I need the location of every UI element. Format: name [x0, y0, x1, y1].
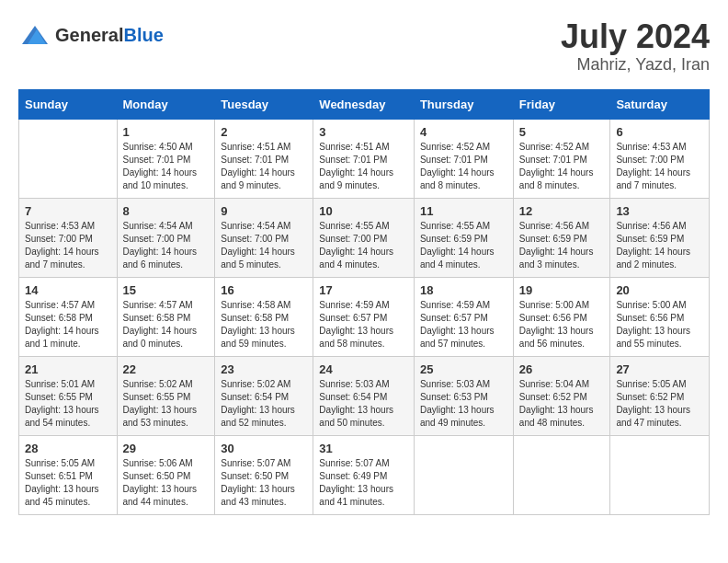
day-info: Sunrise: 4:51 AMSunset: 7:01 PMDaylight:… [221, 141, 307, 192]
logo: GeneralBlue [18, 18, 164, 52]
calendar-cell: 15Sunrise: 4:57 AMSunset: 6:58 PMDayligh… [117, 277, 215, 356]
day-info: Sunrise: 5:00 AMSunset: 6:56 PMDaylight:… [519, 299, 605, 350]
calendar-week-row: 7Sunrise: 4:53 AMSunset: 7:00 PMDaylight… [19, 198, 710, 277]
day-number: 21 [25, 362, 111, 376]
day-info: Sunrise: 5:03 AMSunset: 6:53 PMDaylight:… [420, 378, 507, 430]
calendar-cell: 18Sunrise: 4:59 AMSunset: 6:57 PMDayligh… [414, 277, 513, 356]
calendar-week-row: 1Sunrise: 4:50 AMSunset: 7:01 PMDaylight… [19, 119, 710, 198]
day-number: 6 [616, 125, 703, 139]
calendar-cell: 16Sunrise: 4:58 AMSunset: 6:58 PMDayligh… [215, 277, 313, 356]
day-number: 29 [123, 442, 210, 455]
day-number: 25 [420, 362, 507, 376]
day-info: Sunrise: 4:53 AMSunset: 7:00 PMDaylight:… [616, 141, 703, 192]
calendar-cell [513, 435, 610, 514]
day-info: Sunrise: 5:01 AMSunset: 6:55 PMDaylight:… [25, 378, 111, 430]
day-info: Sunrise: 5:04 AMSunset: 6:52 PMDaylight:… [519, 378, 605, 430]
weekday-header-tuesday: Tuesday [215, 89, 313, 119]
day-info: Sunrise: 4:59 AMSunset: 6:57 PMDaylight:… [420, 299, 507, 350]
day-info: Sunrise: 4:57 AMSunset: 6:58 PMDaylight:… [25, 299, 111, 350]
day-number: 24 [319, 362, 408, 376]
calendar-cell: 26Sunrise: 5:04 AMSunset: 6:52 PMDayligh… [513, 356, 610, 435]
calendar-cell: 19Sunrise: 5:00 AMSunset: 6:56 PMDayligh… [513, 277, 610, 356]
day-info: Sunrise: 4:54 AMSunset: 7:00 PMDaylight:… [123, 220, 210, 271]
calendar-cell: 1Sunrise: 4:50 AMSunset: 7:01 PMDaylight… [117, 119, 215, 198]
calendar-cell: 21Sunrise: 5:01 AMSunset: 6:55 PMDayligh… [19, 356, 118, 435]
calendar-cell: 11Sunrise: 4:55 AMSunset: 6:59 PMDayligh… [414, 198, 513, 277]
calendar-cell: 24Sunrise: 5:03 AMSunset: 6:54 PMDayligh… [313, 356, 415, 435]
logo-icon [18, 18, 51, 52]
calendar-cell: 29Sunrise: 5:06 AMSunset: 6:50 PMDayligh… [117, 435, 215, 514]
calendar-cell: 25Sunrise: 5:03 AMSunset: 6:53 PMDayligh… [414, 356, 513, 435]
day-number: 7 [25, 204, 111, 218]
day-info: Sunrise: 4:56 AMSunset: 6:59 PMDaylight:… [519, 220, 605, 271]
day-number: 10 [319, 204, 408, 218]
weekday-header-wednesday: Wednesday [313, 89, 415, 119]
calendar-table: SundayMondayTuesdayWednesdayThursdayFrid… [18, 89, 710, 515]
calendar-week-row: 21Sunrise: 5:01 AMSunset: 6:55 PMDayligh… [19, 356, 710, 435]
calendar-cell: 9Sunrise: 4:54 AMSunset: 7:00 PMDaylight… [215, 198, 313, 277]
weekday-header-friday: Friday [513, 89, 610, 119]
calendar-cell: 23Sunrise: 5:02 AMSunset: 6:54 PMDayligh… [215, 356, 313, 435]
day-number: 2 [221, 125, 307, 139]
calendar-week-row: 28Sunrise: 5:05 AMSunset: 6:51 PMDayligh… [19, 435, 710, 514]
day-info: Sunrise: 4:55 AMSunset: 6:59 PMDaylight:… [420, 220, 507, 271]
calendar-cell: 31Sunrise: 5:07 AMSunset: 6:49 PMDayligh… [313, 435, 415, 514]
calendar-cell: 7Sunrise: 4:53 AMSunset: 7:00 PMDaylight… [19, 198, 118, 277]
day-info: Sunrise: 4:52 AMSunset: 7:01 PMDaylight:… [519, 141, 605, 192]
page-header: GeneralBlue July 2024 Mahriz, Yazd, Iran [18, 18, 710, 75]
weekday-header-thursday: Thursday [414, 89, 513, 119]
day-info: Sunrise: 5:07 AMSunset: 6:50 PMDaylight:… [221, 457, 307, 509]
calendar-cell: 5Sunrise: 4:52 AMSunset: 7:01 PMDaylight… [513, 119, 610, 198]
day-number: 22 [123, 362, 210, 376]
day-info: Sunrise: 4:50 AMSunset: 7:01 PMDaylight:… [123, 141, 210, 192]
day-info: Sunrise: 5:03 AMSunset: 6:54 PMDaylight:… [319, 378, 408, 430]
location-title: Mahriz, Yazd, Iran [561, 55, 710, 75]
day-info: Sunrise: 4:52 AMSunset: 7:01 PMDaylight:… [420, 141, 507, 192]
calendar-cell: 20Sunrise: 5:00 AMSunset: 6:56 PMDayligh… [610, 277, 710, 356]
day-info: Sunrise: 5:05 AMSunset: 6:52 PMDaylight:… [616, 378, 703, 430]
day-number: 12 [519, 204, 605, 218]
day-number: 15 [123, 283, 210, 297]
day-number: 26 [519, 362, 605, 376]
day-number: 18 [420, 283, 507, 297]
day-info: Sunrise: 4:53 AMSunset: 7:00 PMDaylight:… [25, 220, 111, 271]
day-number: 11 [420, 204, 507, 218]
calendar-cell [610, 435, 710, 514]
calendar-cell: 4Sunrise: 4:52 AMSunset: 7:01 PMDaylight… [414, 119, 513, 198]
weekday-header-saturday: Saturday [610, 89, 710, 119]
day-info: Sunrise: 5:02 AMSunset: 6:54 PMDaylight:… [221, 378, 307, 430]
day-info: Sunrise: 4:57 AMSunset: 6:58 PMDaylight:… [123, 299, 210, 350]
day-number: 1 [123, 125, 210, 139]
day-number: 9 [221, 204, 307, 218]
calendar-cell [414, 435, 513, 514]
day-number: 30 [221, 442, 307, 455]
day-number: 8 [123, 204, 210, 218]
calendar-cell: 30Sunrise: 5:07 AMSunset: 6:50 PMDayligh… [215, 435, 313, 514]
day-info: Sunrise: 5:00 AMSunset: 6:56 PMDaylight:… [616, 299, 703, 350]
day-info: Sunrise: 5:05 AMSunset: 6:51 PMDaylight:… [25, 457, 111, 509]
day-number: 16 [221, 283, 307, 297]
calendar-cell [19, 119, 118, 198]
day-info: Sunrise: 4:58 AMSunset: 6:58 PMDaylight:… [221, 299, 307, 350]
day-number: 23 [221, 362, 307, 376]
day-number: 14 [25, 283, 111, 297]
calendar-cell: 12Sunrise: 4:56 AMSunset: 6:59 PMDayligh… [513, 198, 610, 277]
day-info: Sunrise: 4:56 AMSunset: 6:59 PMDaylight:… [616, 220, 703, 271]
weekday-header-monday: Monday [117, 89, 215, 119]
title-section: July 2024 Mahriz, Yazd, Iran [561, 18, 710, 75]
day-info: Sunrise: 5:06 AMSunset: 6:50 PMDaylight:… [123, 457, 210, 509]
day-number: 4 [420, 125, 507, 139]
day-number: 28 [25, 442, 111, 455]
calendar-cell: 3Sunrise: 4:51 AMSunset: 7:01 PMDaylight… [313, 119, 415, 198]
calendar-cell: 14Sunrise: 4:57 AMSunset: 6:58 PMDayligh… [19, 277, 118, 356]
weekday-header-sunday: Sunday [19, 89, 118, 119]
day-info: Sunrise: 4:59 AMSunset: 6:57 PMDaylight:… [319, 299, 408, 350]
day-number: 31 [319, 442, 408, 455]
calendar-cell: 22Sunrise: 5:02 AMSunset: 6:55 PMDayligh… [117, 356, 215, 435]
day-info: Sunrise: 4:54 AMSunset: 7:00 PMDaylight:… [221, 220, 307, 271]
month-title: July 2024 [561, 18, 710, 55]
calendar-cell: 8Sunrise: 4:54 AMSunset: 7:00 PMDaylight… [117, 198, 215, 277]
calendar-week-row: 14Sunrise: 4:57 AMSunset: 6:58 PMDayligh… [19, 277, 710, 356]
day-info: Sunrise: 4:55 AMSunset: 7:00 PMDaylight:… [319, 220, 408, 271]
weekday-header-row: SundayMondayTuesdayWednesdayThursdayFrid… [19, 89, 710, 119]
